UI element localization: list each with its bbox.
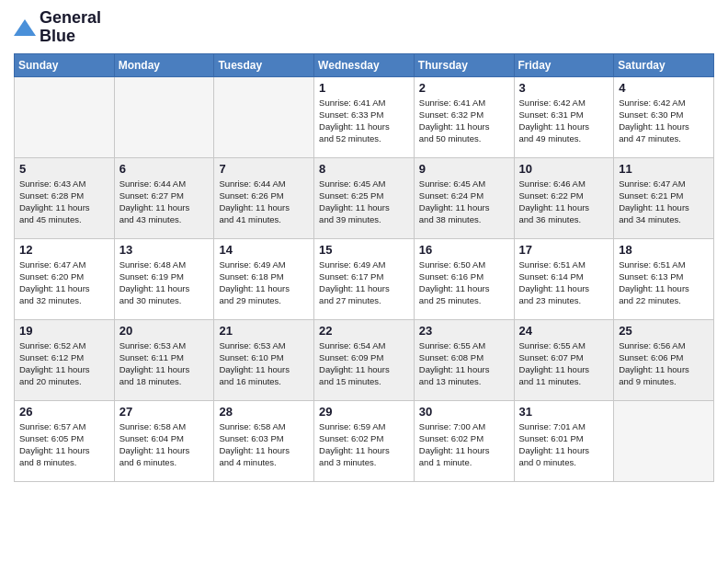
calendar-cell (614, 400, 714, 481)
cell-info: Sunrise: 7:00 AM Sunset: 6:02 PM Dayligh… (419, 420, 509, 469)
calendar-cell: 19Sunrise: 6:52 AM Sunset: 6:12 PM Dayli… (15, 319, 115, 400)
logo-triangle (14, 19, 36, 36)
calendar-cell: 25Sunrise: 6:56 AM Sunset: 6:06 PM Dayli… (614, 319, 714, 400)
day-number: 11 (619, 162, 709, 176)
cell-info: Sunrise: 6:51 AM Sunset: 6:14 PM Dayligh… (519, 259, 609, 307)
day-number: 21 (219, 324, 309, 338)
calendar-cell: 13Sunrise: 6:48 AM Sunset: 6:19 PM Dayli… (114, 238, 214, 319)
day-number: 17 (519, 243, 609, 257)
week-row-1: 1Sunrise: 6:41 AM Sunset: 6:33 PM Daylig… (15, 76, 714, 157)
day-number: 23 (419, 324, 509, 338)
cell-info: Sunrise: 6:58 AM Sunset: 6:03 PM Dayligh… (219, 420, 309, 469)
calendar-cell: 18Sunrise: 6:51 AM Sunset: 6:13 PM Dayli… (614, 238, 714, 319)
calendar-cell: 4Sunrise: 6:42 AM Sunset: 6:30 PM Daylig… (614, 76, 714, 157)
calendar-cell: 28Sunrise: 6:58 AM Sunset: 6:03 PM Dayli… (214, 400, 314, 481)
weekday-header-thursday: Thursday (414, 53, 514, 76)
weekday-header-friday: Friday (514, 53, 614, 76)
day-number: 8 (319, 162, 409, 176)
cell-info: Sunrise: 6:44 AM Sunset: 6:26 PM Dayligh… (219, 178, 309, 226)
calendar-cell (15, 76, 115, 157)
weekday-header-monday: Monday (114, 53, 214, 76)
day-number: 29 (319, 405, 409, 419)
week-row-3: 12Sunrise: 6:47 AM Sunset: 6:20 PM Dayli… (15, 238, 714, 319)
header: General Blue (14, 9, 714, 46)
weekday-header-wednesday: Wednesday (314, 53, 415, 76)
cell-info: Sunrise: 6:45 AM Sunset: 6:25 PM Dayligh… (319, 178, 409, 226)
day-number: 18 (619, 243, 709, 257)
calendar-cell: 14Sunrise: 6:49 AM Sunset: 6:18 PM Dayli… (214, 238, 314, 319)
calendar-cell: 16Sunrise: 6:50 AM Sunset: 6:16 PM Dayli… (414, 238, 514, 319)
calendar-cell: 22Sunrise: 6:54 AM Sunset: 6:09 PM Dayli… (314, 319, 415, 400)
cell-info: Sunrise: 6:41 AM Sunset: 6:32 PM Dayligh… (419, 97, 509, 145)
calendar-cell: 17Sunrise: 6:51 AM Sunset: 6:14 PM Dayli… (514, 238, 614, 319)
day-number: 10 (519, 162, 609, 176)
cell-info: Sunrise: 6:52 AM Sunset: 6:12 PM Dayligh… (19, 339, 109, 388)
cell-info: Sunrise: 6:50 AM Sunset: 6:16 PM Dayligh… (419, 259, 509, 307)
calendar-cell: 11Sunrise: 6:47 AM Sunset: 6:21 PM Dayli… (614, 157, 714, 238)
calendar-cell: 20Sunrise: 6:53 AM Sunset: 6:11 PM Dayli… (114, 319, 214, 400)
day-number: 3 (519, 81, 609, 95)
cell-info: Sunrise: 6:41 AM Sunset: 6:33 PM Dayligh… (319, 97, 409, 145)
cell-info: Sunrise: 6:47 AM Sunset: 6:20 PM Dayligh… (19, 259, 109, 307)
cell-info: Sunrise: 6:44 AM Sunset: 6:27 PM Dayligh… (119, 178, 210, 226)
cell-info: Sunrise: 6:47 AM Sunset: 6:21 PM Dayligh… (619, 178, 709, 226)
calendar-cell: 6Sunrise: 6:44 AM Sunset: 6:27 PM Daylig… (114, 157, 214, 238)
cell-info: Sunrise: 6:53 AM Sunset: 6:11 PM Dayligh… (119, 339, 210, 388)
day-number: 20 (119, 324, 210, 338)
page: General Blue SundayMondayTuesdayWednesda… (0, 0, 728, 563)
cell-info: Sunrise: 6:55 AM Sunset: 6:07 PM Dayligh… (519, 339, 609, 388)
day-number: 26 (19, 405, 109, 419)
weekday-header-saturday: Saturday (614, 53, 714, 76)
cell-info: Sunrise: 7:01 AM Sunset: 6:01 PM Dayligh… (519, 420, 609, 469)
day-number: 28 (219, 405, 309, 419)
calendar-cell: 21Sunrise: 6:53 AM Sunset: 6:10 PM Dayli… (214, 319, 314, 400)
day-number: 25 (619, 324, 709, 338)
calendar-cell: 5Sunrise: 6:43 AM Sunset: 6:28 PM Daylig… (15, 157, 115, 238)
week-row-4: 19Sunrise: 6:52 AM Sunset: 6:12 PM Dayli… (15, 319, 714, 400)
cell-info: Sunrise: 6:55 AM Sunset: 6:08 PM Dayligh… (419, 339, 509, 388)
calendar-cell: 3Sunrise: 6:42 AM Sunset: 6:31 PM Daylig… (514, 76, 614, 157)
cell-info: Sunrise: 6:45 AM Sunset: 6:24 PM Dayligh… (419, 178, 509, 226)
week-row-2: 5Sunrise: 6:43 AM Sunset: 6:28 PM Daylig… (15, 157, 714, 238)
calendar-cell (214, 76, 314, 157)
cell-info: Sunrise: 6:56 AM Sunset: 6:06 PM Dayligh… (619, 339, 709, 388)
cell-info: Sunrise: 6:46 AM Sunset: 6:22 PM Dayligh… (519, 178, 609, 226)
cell-info: Sunrise: 6:42 AM Sunset: 6:31 PM Dayligh… (519, 97, 609, 145)
day-number: 16 (419, 243, 509, 257)
day-number: 12 (19, 243, 109, 257)
calendar-cell: 24Sunrise: 6:55 AM Sunset: 6:07 PM Dayli… (514, 319, 614, 400)
cell-info: Sunrise: 6:59 AM Sunset: 6:02 PM Dayligh… (319, 420, 409, 469)
cell-info: Sunrise: 6:49 AM Sunset: 6:17 PM Dayligh… (319, 259, 409, 307)
day-number: 13 (119, 243, 210, 257)
day-number: 14 (219, 243, 309, 257)
day-number: 9 (419, 162, 509, 176)
day-number: 31 (519, 405, 609, 419)
day-number: 6 (119, 162, 210, 176)
day-number: 7 (219, 162, 309, 176)
calendar-cell: 9Sunrise: 6:45 AM Sunset: 6:24 PM Daylig… (414, 157, 514, 238)
day-number: 19 (19, 324, 109, 338)
calendar-cell: 8Sunrise: 6:45 AM Sunset: 6:25 PM Daylig… (314, 157, 415, 238)
calendar-cell: 2Sunrise: 6:41 AM Sunset: 6:32 PM Daylig… (414, 76, 514, 157)
calendar-cell: 15Sunrise: 6:49 AM Sunset: 6:17 PM Dayli… (314, 238, 415, 319)
calendar-table: SundayMondayTuesdayWednesdayThursdayFrid… (14, 53, 714, 482)
calendar-cell: 26Sunrise: 6:57 AM Sunset: 6:05 PM Dayli… (15, 400, 115, 481)
cell-info: Sunrise: 6:48 AM Sunset: 6:19 PM Dayligh… (119, 259, 210, 307)
cell-info: Sunrise: 6:57 AM Sunset: 6:05 PM Dayligh… (19, 420, 109, 469)
day-number: 30 (419, 405, 509, 419)
day-number: 4 (619, 81, 709, 95)
weekday-header-tuesday: Tuesday (214, 53, 314, 76)
day-number: 1 (319, 81, 409, 95)
day-number: 15 (319, 243, 409, 257)
cell-info: Sunrise: 6:54 AM Sunset: 6:09 PM Dayligh… (319, 339, 409, 388)
day-number: 22 (319, 324, 409, 338)
calendar-cell: 10Sunrise: 6:46 AM Sunset: 6:22 PM Dayli… (514, 157, 614, 238)
calendar-cell: 23Sunrise: 6:55 AM Sunset: 6:08 PM Dayli… (414, 319, 514, 400)
cell-info: Sunrise: 6:53 AM Sunset: 6:10 PM Dayligh… (219, 339, 309, 388)
calendar-cell (114, 76, 214, 157)
logo-blue: Blue (40, 27, 75, 45)
cell-info: Sunrise: 6:43 AM Sunset: 6:28 PM Dayligh… (19, 178, 109, 226)
calendar-cell: 27Sunrise: 6:58 AM Sunset: 6:04 PM Dayli… (114, 400, 214, 481)
weekday-header-row: SundayMondayTuesdayWednesdayThursdayFrid… (15, 53, 714, 76)
weekday-header-sunday: Sunday (15, 53, 115, 76)
